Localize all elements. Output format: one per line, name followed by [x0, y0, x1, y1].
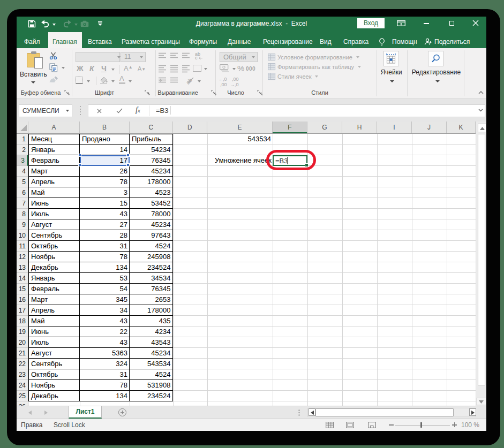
svg-text:ab: ab — [185, 77, 193, 86]
svg-text:c: c — [195, 55, 198, 60]
